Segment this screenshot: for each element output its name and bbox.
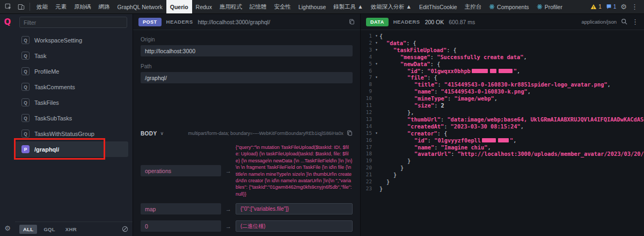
line-number: 4 (364, 54, 374, 61)
search-icon[interactable] (621, 17, 627, 27)
json-token: "title" (414, 81, 437, 88)
response-kebab-menu-icon[interactable]: ⋮ (632, 18, 639, 25)
chevron-down-icon[interactable]: ∨ (160, 131, 164, 136)
json-token: "createdAt" (407, 123, 444, 130)
field-name[interactable]: 0 (141, 220, 221, 232)
body-title[interactable]: BODY (141, 131, 157, 137)
copy-body-icon[interactable] (347, 128, 353, 138)
tab-label: 效能 (36, 3, 48, 11)
sidebar-item-taskswithstatusgroup[interactable]: QTasksWithStatusGroup (15, 126, 128, 141)
request-content-type: multipart/form-data; boundary=----WebKit… (188, 131, 343, 136)
json-token: "avatarUrl" (414, 151, 451, 157)
sidebar-item-profileme[interactable]: QProfileMe (15, 63, 128, 79)
json-token: "415449543-0-160830-kr8851spider-logo_av… (444, 81, 608, 88)
field-value[interactable]: {"0":["variables.file"]} (236, 203, 353, 214)
issues-badge[interactable]: 1 (606, 4, 617, 10)
collapse-caret-icon[interactable]: ▾ (374, 47, 379, 54)
json-token: }, (407, 109, 414, 116)
line-number: 21 (364, 171, 374, 178)
devtools-tab-querio[interactable]: Querio (166, 0, 192, 13)
sidebar-settings-gear-icon[interactable]: ⚙ (4, 224, 11, 232)
query-list: QWorkspaceSettingQTaskQProfileMeQTaskCom… (15, 30, 133, 221)
devtools-tab-lighthouse[interactable]: Lighthouse (295, 0, 330, 13)
kebab-menu-icon[interactable]: ⋮ (631, 3, 638, 10)
devtools-tab-item-8[interactable]: 記憶體 (246, 0, 270, 13)
response-headers-tab[interactable]: HEADERS (393, 19, 420, 25)
react-icon (489, 4, 495, 10)
json-token: : (428, 137, 434, 144)
filter-xhr[interactable]: XHR (62, 225, 80, 234)
sidebar-footer: ALLGQLXHR (15, 221, 133, 236)
request-headers-tab[interactable]: HEADERS (166, 19, 193, 25)
collapse-caret-icon[interactable]: ▾ (374, 33, 379, 40)
line-number: 17 (364, 144, 374, 151)
query-type-badge: Q (21, 114, 30, 122)
collapse-caret-icon (374, 151, 379, 158)
json-token: "name" (414, 144, 434, 151)
tab-label: 應用程式 (219, 3, 242, 11)
collapse-caret-icon[interactable]: ▾ (374, 74, 379, 81)
sidebar-item-taskfiles[interactable]: QTaskFiles (15, 95, 128, 110)
collapse-caret-icon[interactable]: ▾ (374, 61, 379, 68)
settings-gear-icon[interactable]: ⚙ (620, 3, 627, 10)
json-line: 10"mineType": "image/webp", (364, 95, 644, 102)
json-code: "avatarUrl": "http://localhost:3000/uplo… (379, 151, 644, 158)
devtools-tab-item-0[interactable]: 效能 (33, 0, 52, 13)
collapse-caret-icon[interactable]: ▾ (374, 40, 379, 47)
json-token: "creator" (407, 130, 437, 137)
collapse-caret-icon (374, 165, 379, 171)
filter-input[interactable] (19, 17, 127, 28)
json-token: } (386, 178, 390, 185)
line-number: 11 (364, 102, 374, 109)
json-line: 19} (364, 158, 644, 165)
devtools-tab-editthiscookie[interactable]: EditThisCookie (415, 0, 461, 13)
devtools-tab-item-7[interactable]: 應用程式 (216, 0, 246, 13)
sidebar-item-tasksubtasks[interactable]: QTaskSubTasks (15, 110, 128, 126)
sidebar-item-workspacesetting[interactable]: QWorkspaceSetting (15, 32, 128, 48)
devtools-tab-item-3[interactable]: 網路 (95, 0, 114, 13)
json-token: "id" (414, 137, 428, 144)
devtools-tab-profiler[interactable]: Profiler (533, 0, 566, 13)
devtools-tab-item-2[interactable]: 原始碼 (70, 0, 95, 13)
devtools-tab-item-9[interactable]: 安全性 (270, 0, 295, 13)
collapse-caret-icon[interactable]: ▾ (374, 130, 379, 137)
field-name[interactable]: map (141, 203, 221, 214)
clear-requests-icon[interactable] (122, 226, 128, 232)
warnings-badge[interactable]: 1 (590, 4, 602, 10)
sidebar-item-taskcomments[interactable]: QTaskComments (15, 79, 128, 95)
path-value: /graphql/ (141, 72, 353, 83)
devtools-tab-item-12[interactable]: 效能深入分析 ▲ (367, 0, 415, 13)
body-header: BODY ∨ multipart/form-data; boundary=---… (141, 128, 353, 138)
redaction-block (499, 69, 513, 73)
query-name: TasksWithStatusGroup (34, 131, 94, 137)
devtools-tab-redux[interactable]: Redux (192, 0, 216, 13)
filter-all[interactable]: ALL (19, 225, 37, 234)
devtools-tab-components[interactable]: Components (485, 0, 533, 13)
tab-label: 網路 (99, 3, 110, 11)
copy-url-icon[interactable] (349, 17, 355, 27)
inspect-element-icon[interactable] (2, 1, 14, 13)
field-name[interactable]: operations (141, 165, 221, 176)
devtools-tab-item-1[interactable]: 元素 (52, 0, 70, 13)
json-token: : { (430, 61, 441, 67)
field-value[interactable]: (二進位檔) (236, 220, 353, 232)
filter-gql[interactable]: GQL (40, 225, 58, 234)
devtools-tab-item-11[interactable]: 錄製工具 ▲ (330, 0, 367, 13)
request-type-filters: ALLGQLXHR (19, 225, 80, 234)
tab-label: Profiler (545, 4, 562, 10)
json-line: 4"message": "Successfully create data", (364, 54, 644, 61)
json-token: { (379, 33, 383, 39)
arrow-icon: → (225, 206, 231, 212)
redaction-block (490, 69, 496, 73)
tab-label: EditThisCookie (419, 4, 457, 10)
sidebar-rail: Q ⚙ (0, 14, 15, 236)
sidebar-item-task[interactable]: QTask (15, 48, 128, 63)
line-number: 22 (364, 178, 374, 185)
sidebar-item-graphql[interactable]: P/graphql/ (15, 141, 128, 157)
devtools-tab-graphql-network[interactable]: GraphQL Network (114, 0, 166, 13)
device-toolbar-icon[interactable] (15, 1, 27, 13)
querio-logo: Q (4, 17, 11, 27)
response-data-tab[interactable]: DATA (366, 18, 389, 26)
devtools-tab-item-14[interactable]: 主控台 (461, 0, 486, 13)
collapse-caret-icon (374, 144, 379, 151)
